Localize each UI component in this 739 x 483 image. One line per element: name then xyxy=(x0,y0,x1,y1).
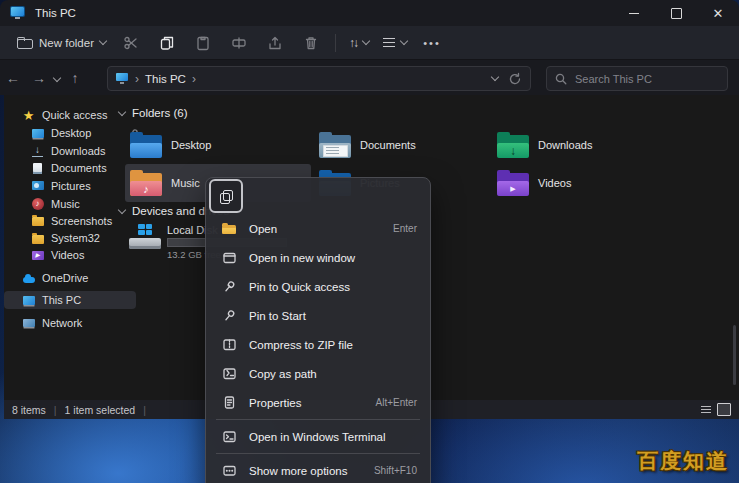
back-button[interactable]: ← xyxy=(0,70,26,86)
pin-icon xyxy=(221,279,237,295)
delete-button[interactable] xyxy=(295,31,327,55)
star-icon: ★ xyxy=(22,109,35,122)
copy-icon xyxy=(220,190,232,203)
refresh-icon[interactable] xyxy=(508,72,522,86)
documents-folder-icon xyxy=(319,132,351,158)
minimize-button[interactable] xyxy=(613,0,655,26)
view-button[interactable] xyxy=(376,34,414,51)
shortcut-label: Alt+Enter xyxy=(376,397,417,408)
sidebar-item-onedrive[interactable]: OneDrive xyxy=(4,269,136,287)
picture-icon xyxy=(31,179,44,192)
cut-icon xyxy=(123,35,139,51)
sort-button[interactable]: ↑↓ xyxy=(342,32,376,54)
open-folder-icon xyxy=(221,221,237,237)
new-window-icon xyxy=(221,250,237,266)
sidebar-item-downloads[interactable]: ↓ Downloads xyxy=(4,142,145,160)
network-icon xyxy=(22,317,35,330)
rename-icon xyxy=(231,35,247,51)
folder-tile-desktop[interactable]: Desktop xyxy=(125,126,311,164)
history-chevron-icon[interactable] xyxy=(53,73,61,81)
menu-item-open-new-window[interactable]: Open in new window xyxy=(206,243,430,272)
this-pc-icon xyxy=(22,294,35,307)
desktop-folder-icon xyxy=(130,132,162,158)
desktop-wallpaper: { "window": { "title": "This PC" }, "too… xyxy=(0,0,739,483)
menu-item-open-windows-terminal[interactable]: Open in Windows Terminal xyxy=(206,422,430,451)
sidebar-item-network[interactable]: Network xyxy=(4,314,136,332)
window-title: This PC xyxy=(35,7,76,19)
share-icon xyxy=(267,35,283,51)
onedrive-cloud-icon xyxy=(22,272,35,285)
sidebar-item-videos[interactable]: ▶ Videos xyxy=(4,246,145,264)
sidebar-item-desktop[interactable]: Desktop xyxy=(4,124,145,142)
menu-item-pin-start[interactable]: Pin to Start xyxy=(206,301,430,330)
status-separator: | xyxy=(143,404,146,416)
new-folder-label: New folder xyxy=(39,37,94,49)
folder-icon xyxy=(31,214,44,227)
more-options-button[interactable]: ••• xyxy=(416,31,448,55)
video-icon: ▶ xyxy=(31,249,44,262)
copy-path-icon xyxy=(221,366,237,382)
breadcrumb-separator: › xyxy=(135,72,139,86)
new-folder-icon xyxy=(17,37,33,49)
paste-button[interactable] xyxy=(187,31,219,55)
local-disk-icon xyxy=(128,222,164,258)
close-icon: ✕ xyxy=(713,6,724,21)
folder-tile-videos[interactable]: ▶ Videos xyxy=(492,164,678,202)
menu-item-pin-quick-access[interactable]: Pin to Quick access xyxy=(206,272,430,301)
sidebar-item-quick-access[interactable]: ★ Quick access xyxy=(4,106,136,124)
share-button[interactable] xyxy=(259,31,291,55)
quick-copy-button[interactable] xyxy=(209,179,243,213)
delete-icon xyxy=(303,35,319,51)
ellipsis-icon: ••• xyxy=(423,37,441,49)
videos-folder-icon: ▶ xyxy=(497,170,529,196)
quick-actions-row xyxy=(206,178,430,214)
rename-button[interactable] xyxy=(223,31,255,55)
large-icons-view-icon[interactable] xyxy=(717,403,731,416)
paste-icon xyxy=(195,35,211,51)
sidebar-item-this-pc[interactable]: This PC xyxy=(4,291,136,309)
downloads-folder-icon: ↓ xyxy=(497,132,529,158)
maximize-button[interactable] xyxy=(655,0,697,26)
toolbar-separator xyxy=(335,34,336,52)
new-folder-button[interactable]: New folder xyxy=(10,33,113,53)
music-icon: ♪ xyxy=(31,197,44,210)
pin-icon xyxy=(221,308,237,324)
close-button[interactable]: ✕ xyxy=(697,0,739,26)
folders-section-header[interactable]: Folders (6) xyxy=(119,107,188,119)
view-icon xyxy=(383,38,395,47)
download-icon: ↓ xyxy=(31,144,44,157)
menu-item-open[interactable]: Open Enter xyxy=(206,214,430,243)
chevron-down-icon xyxy=(362,37,370,45)
menu-separator xyxy=(216,419,420,420)
breadcrumb-separator: › xyxy=(192,72,196,86)
breadcrumb-this-pc[interactable]: This PC xyxy=(145,73,186,85)
menu-item-compress-zip[interactable]: Compress to ZIP file xyxy=(206,330,430,359)
shortcut-label: Enter xyxy=(393,223,417,234)
details-view-icon[interactable] xyxy=(701,406,711,414)
desktop-icon xyxy=(31,127,44,140)
maximize-icon xyxy=(671,8,682,19)
up-button[interactable]: ↑ xyxy=(62,70,88,86)
menu-item-copy-as-path[interactable]: Copy as path xyxy=(206,359,430,388)
items-count: 8 items xyxy=(12,404,46,416)
menu-item-show-more-options[interactable]: Show more options Shift+F10 xyxy=(206,456,430,483)
cut-button[interactable] xyxy=(115,31,147,55)
status-separator: | xyxy=(54,404,57,416)
folder-tile-documents[interactable]: Documents xyxy=(314,126,500,164)
sidebar-item-pictures[interactable]: Pictures xyxy=(4,177,145,195)
selected-count: 1 item selected xyxy=(65,404,136,416)
folder-tile-downloads[interactable]: ↓ Downloads xyxy=(492,126,678,164)
forward-button[interactable]: → xyxy=(26,70,52,86)
search-placeholder: Search This PC xyxy=(575,73,652,85)
menu-item-properties[interactable]: Properties Alt+Enter xyxy=(206,388,430,417)
music-folder-icon: ♪ xyxy=(130,170,162,196)
sidebar-item-documents[interactable]: Documents xyxy=(4,159,145,177)
address-bar[interactable]: › This PC › xyxy=(107,66,531,91)
sidebar-item-system32[interactable]: System32 xyxy=(4,229,145,247)
copy-button[interactable] xyxy=(151,31,183,55)
address-dropdown-icon[interactable] xyxy=(491,73,499,81)
search-box[interactable]: Search This PC xyxy=(546,66,728,91)
menu-separator xyxy=(216,453,420,454)
vertical-scrollbar[interactable] xyxy=(733,325,736,385)
title-bar: This PC ✕ xyxy=(0,0,739,26)
